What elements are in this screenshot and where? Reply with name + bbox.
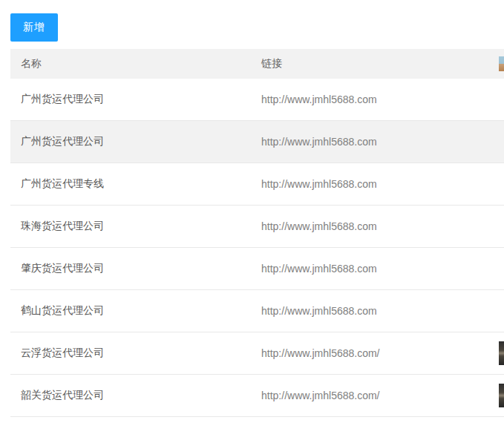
table-row[interactable]: 韶关货运代理公司 http://www.jmhl5688.com/	[10, 375, 504, 417]
company-name-cell: 广州货运代理公司	[10, 93, 251, 106]
header-thumbnail-image	[499, 56, 504, 71]
table-header: 名称 链接	[10, 49, 504, 79]
column-header-image	[488, 56, 504, 71]
link-cell: http://www.jmhl5688.com/	[251, 347, 488, 359]
link-cell: http://www.jmhl5688.com/	[251, 390, 488, 401]
data-table: 名称 链接 广州货运代理公司 http://www.jmhl5688.com 广…	[10, 49, 504, 417]
company-name-cell: 鹤山货运代理公司	[10, 304, 251, 318]
image-cell	[488, 384, 504, 407]
table-row[interactable]: 广州货运代理公司 http://www.jmhl5688.com	[10, 121, 504, 163]
table-body: 广州货运代理公司 http://www.jmhl5688.com 广州货运代理公…	[10, 79, 504, 417]
link-cell: http://www.jmhl5688.com	[251, 220, 488, 232]
link-cell: http://www.jmhl5688.com	[251, 263, 488, 275]
link-cell: http://www.jmhl5688.com	[251, 93, 488, 105]
company-name-cell: 韶关货运代理公司	[10, 389, 251, 402]
column-header-link: 链接	[251, 57, 488, 70]
company-name-cell: 云浮货运代理公司	[10, 347, 251, 360]
link-cell: http://www.jmhl5688.com	[251, 136, 488, 148]
table-row[interactable]: 广州货运代理专线 http://www.jmhl5688.com	[10, 163, 504, 206]
column-header-name: 名称	[10, 57, 251, 70]
table-row[interactable]: 广州货运代理公司 http://www.jmhl5688.com	[10, 79, 504, 121]
company-name-cell: 广州货运代理专线	[10, 177, 251, 191]
company-name-cell: 珠海货运代理公司	[10, 220, 251, 233]
thumbnail-image[interactable]	[499, 341, 504, 365]
thumbnail-image[interactable]	[499, 384, 504, 407]
table-row[interactable]: 云浮货运代理公司 http://www.jmhl5688.com/	[10, 332, 504, 375]
company-name-cell: 肇庆货运代理公司	[10, 262, 251, 275]
add-button[interactable]: 新增	[10, 13, 58, 42]
table-row[interactable]: 肇庆货运代理公司 http://www.jmhl5688.com	[10, 248, 504, 290]
company-name-cell: 广州货运代理公司	[10, 135, 251, 148]
image-cell	[488, 341, 504, 365]
table-row[interactable]: 鹤山货运代理公司 http://www.jmhl5688.com	[10, 290, 504, 332]
link-cell: http://www.jmhl5688.com	[251, 305, 488, 317]
table-row[interactable]: 珠海货运代理公司 http://www.jmhl5688.com	[10, 206, 504, 248]
link-cell: http://www.jmhl5688.com	[251, 178, 488, 190]
